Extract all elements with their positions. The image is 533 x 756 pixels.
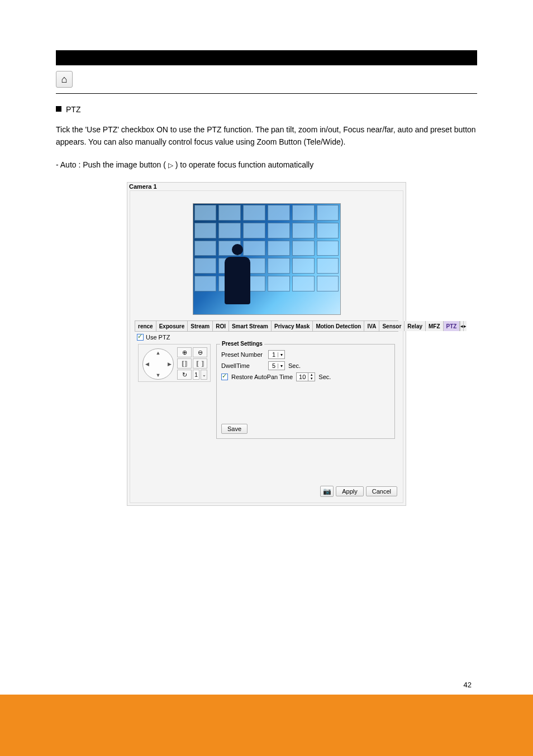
square-bullet-icon: [56, 106, 61, 112]
sec-label: Sec.: [288, 362, 301, 369]
ptz-dpad[interactable]: ▲ ▼ ◀ ▶: [141, 347, 175, 381]
tab-bar: rence Exposure Stream ROI Smart Stream P…: [135, 320, 398, 332]
preset-number-select[interactable]: 1 ▾: [268, 350, 285, 359]
auto-line: - Auto : Push the image button ( ▷ ) to …: [56, 159, 477, 171]
paragraph-text: Tick the 'Use PTZ' checkbox ON to use th…: [56, 123, 477, 149]
ptz-left-icon[interactable]: ◀: [142, 360, 151, 369]
save-button[interactable]: Save: [221, 424, 248, 434]
sec-label-2: Sec.: [318, 374, 331, 380]
dwell-time-label: DwellTime: [221, 362, 265, 369]
breadcrumb-row: ⌂: [56, 71, 477, 94]
settings-panel: rence Exposure Stream ROI Smart Stream P…: [130, 190, 403, 503]
tab-ptz[interactable]: PTZ: [444, 321, 460, 331]
ptz-control-panel: ▲ ▼ ◀ ▶ ⊕ ⊖ ⟦⟧ ⟦ ⟧ ↻ 1: [138, 344, 211, 382]
tab-mfz[interactable]: MFZ: [426, 321, 444, 331]
tab-exposure[interactable]: Exposure: [156, 321, 188, 331]
auto-focus-button[interactable]: ↻: [177, 370, 192, 380]
page-content: ⌂ PTZ Tick the 'Use PTZ' checkbox ON to …: [0, 0, 533, 506]
page-number: 42: [464, 681, 472, 689]
auto-line-suffix: ) to operate focus function automaticall…: [175, 160, 313, 169]
tab-sensor[interactable]: Sensor: [379, 321, 404, 331]
focus-near-button[interactable]: ⟦⟧: [177, 358, 192, 369]
apply-button[interactable]: Apply: [336, 486, 364, 496]
tab-smart-stream[interactable]: Smart Stream: [229, 321, 272, 331]
tab-rence[interactable]: rence: [135, 321, 156, 331]
preset-settings-group: Preset Settings Preset Number 1 ▾ DwellT…: [216, 344, 395, 439]
section-header-bar: [56, 50, 477, 65]
use-ptz-checkbox[interactable]: [137, 334, 144, 341]
page-footer-bar: [0, 695, 533, 756]
use-ptz-label: Use PTZ: [146, 334, 170, 341]
cancel-button[interactable]: Cancel: [366, 486, 397, 496]
camera-icon-button[interactable]: 📷: [320, 486, 334, 497]
ptz-up-icon[interactable]: ▲: [154, 348, 163, 357]
play-triangle-icon: ▷: [168, 160, 173, 171]
auto-line-prefix: - Auto : Push the image button (: [56, 160, 166, 169]
ptz-down-icon[interactable]: ▼: [154, 371, 163, 380]
zoom-out-button[interactable]: ⊖: [193, 347, 207, 357]
restore-autopan-checkbox[interactable]: [221, 374, 228, 380]
tab-relay[interactable]: Relay: [404, 321, 426, 331]
spinner-arrows-icon: ▲▼: [308, 373, 315, 381]
window-title: Camera 1: [127, 183, 406, 190]
ptz-right-icon[interactable]: ▶: [165, 360, 174, 369]
tab-stream[interactable]: Stream: [188, 321, 213, 331]
bullet-heading: PTZ: [56, 104, 477, 116]
focus-far-button[interactable]: ⟦ ⟧: [193, 358, 207, 369]
bullet-text: PTZ: [66, 104, 80, 116]
zoom-in-button[interactable]: ⊕: [177, 347, 192, 357]
restore-autopan-label: Restore AutoPan Time: [231, 374, 293, 380]
embedded-screenshot: Camera 1 rence E: [127, 182, 406, 506]
chevron-down-icon: ▾: [278, 363, 284, 369]
tab-motion-detection[interactable]: Motion Detection: [313, 321, 364, 331]
preset-number-input[interactable]: 1: [193, 370, 199, 380]
tab-iva[interactable]: IVA: [364, 321, 379, 331]
preset-step-icon[interactable]: ⌄: [201, 370, 207, 380]
restore-autopan-time-stepper[interactable]: 10 ▲▼: [296, 372, 315, 381]
video-preview: [193, 203, 341, 315]
tab-roi[interactable]: ROI: [213, 321, 229, 331]
preset-number-label: Preset Number: [221, 351, 265, 358]
tab-scroll-right-icon[interactable]: ▸: [463, 321, 467, 331]
dwell-time-select[interactable]: 5 ▾: [268, 361, 285, 370]
tab-privacy-mask[interactable]: Privacy Mask: [272, 321, 313, 331]
chevron-down-icon: ▾: [278, 352, 284, 357]
preset-legend: Preset Settings: [220, 341, 264, 347]
home-icon: ⌂: [56, 71, 73, 88]
figure-silhouette: [225, 232, 250, 304]
